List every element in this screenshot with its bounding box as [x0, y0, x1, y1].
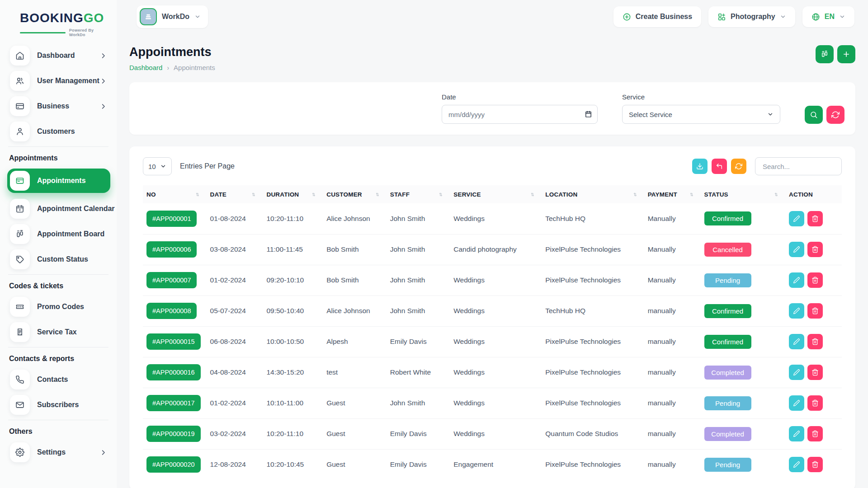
edit-button[interactable] [789, 365, 804, 380]
sidebar-item-contacts[interactable]: Contacts [7, 369, 110, 390]
calendar-icon[interactable] [585, 110, 592, 120]
column-header-staff[interactable]: STAFF [387, 185, 450, 203]
business-dropdown[interactable]: Photography [708, 6, 795, 27]
column-header-date[interactable]: DATE [207, 185, 263, 203]
cell-date: 06-08-2024 [207, 326, 263, 357]
cell-duration: 10:00-10:50 [263, 326, 323, 357]
sidebar-item-settings[interactable]: Settings [7, 442, 110, 463]
edit-button[interactable] [789, 426, 804, 441]
column-header-action[interactable]: ACTION [785, 185, 842, 203]
delete-button[interactable] [807, 457, 823, 472]
board-icon [10, 224, 30, 244]
column-header-label: ACTION [789, 191, 813, 198]
sidebar-item-label: Business [37, 102, 69, 110]
column-header-customer[interactable]: CUSTOMER [323, 185, 387, 203]
table-body: #APP000001 01-08-2024 10:20-11:10 Alice … [143, 203, 842, 480]
table-row: #APP000001 01-08-2024 10:20-11:10 Alice … [143, 203, 842, 234]
status-badge: Pending [704, 458, 751, 472]
add-appointment-button[interactable] [837, 45, 855, 63]
sort-icon[interactable] [438, 192, 443, 197]
table-search-input[interactable] [755, 157, 842, 175]
chevron-down-icon [767, 111, 774, 117]
sort-icon[interactable] [632, 192, 638, 197]
delete-button[interactable] [807, 242, 823, 257]
cell-customer: Alpesh [323, 326, 387, 357]
sort-icon[interactable] [194, 192, 200, 197]
column-header-service[interactable]: SERVICE [450, 185, 542, 203]
entries-per-page-select[interactable]: 10 [143, 157, 172, 175]
sidebar-item-appointment-calendar[interactable]: Appointment Calendar [7, 198, 110, 219]
column-header-status[interactable]: STATUS [701, 185, 785, 203]
cell-customer: Bob Smith [323, 234, 387, 265]
delete-button[interactable] [807, 426, 823, 441]
edit-button[interactable] [789, 457, 804, 472]
appointment-board-button[interactable] [816, 45, 834, 63]
refresh-icon [735, 163, 742, 170]
cell-payment: manually [644, 449, 701, 480]
cell-duration: 11:00-11:45 [263, 234, 323, 265]
cell-location: PixelPulse Technologies [542, 326, 644, 357]
sidebar-item-custom-status[interactable]: Custom Status [7, 249, 110, 270]
sort-icon[interactable] [773, 192, 779, 197]
sort-icon[interactable] [374, 192, 380, 197]
workspace-selector[interactable]: WorkDo [137, 5, 208, 28]
sidebar-item-subscribers[interactable]: Subscribers [7, 394, 110, 415]
delete-button[interactable] [807, 211, 823, 226]
status-badge: Completed [704, 366, 751, 380]
table-row: #APP0000017 01-02-2024 10:10-11:00 Guest… [143, 388, 842, 418]
service-select[interactable]: Select Service [622, 105, 780, 124]
delete-button[interactable] [807, 272, 823, 288]
appointments-table: NO DATE DURATION CUSTOMER STAFF [143, 185, 842, 480]
delete-button[interactable] [807, 395, 823, 411]
cell-service: Candid photography [450, 234, 542, 265]
sidebar-item-promo-codes[interactable]: Promo Codes [7, 296, 110, 317]
cell-customer: Alice Johnson [323, 203, 387, 234]
language-selector[interactable]: EN [802, 6, 854, 27]
sidebar-item-business[interactable]: Business [7, 96, 110, 117]
edit-button[interactable] [789, 303, 804, 319]
column-header-location[interactable]: LOCATION [542, 185, 644, 203]
sort-icon[interactable] [529, 192, 535, 197]
sort-icon[interactable] [311, 192, 316, 197]
brand-logo[interactable]: BOOKINGGO Powered By WorkDo [0, 0, 117, 43]
cell-duration: 10:20-10:45 [263, 449, 323, 480]
sidebar-item-label: Settings [37, 448, 66, 456]
edit-button[interactable] [789, 211, 804, 226]
delete-button[interactable] [807, 303, 823, 319]
column-header-no[interactable]: NO [143, 185, 207, 203]
create-business-button[interactable]: Create Business [613, 6, 701, 27]
appointment-no-badge: #APP000007 [146, 272, 197, 288]
sidebar-item-service-tax[interactable]: Service Tax [7, 322, 110, 343]
plus-icon [842, 50, 850, 58]
breadcrumb-dashboard-link[interactable]: Dashboard [129, 64, 162, 71]
column-header-payment[interactable]: PAYMENT [644, 185, 701, 203]
sidebar-item-user-management[interactable]: User Management [7, 70, 110, 91]
sidebar-item-customers[interactable]: Customers [7, 121, 110, 142]
cell-service: Weddings [450, 203, 542, 234]
pencil-icon [793, 369, 800, 376]
filter-search-button[interactable] [805, 106, 823, 124]
export-button[interactable] [692, 159, 708, 174]
edit-button[interactable] [789, 272, 804, 288]
edit-button[interactable] [789, 395, 804, 411]
delete-button[interactable] [807, 365, 823, 380]
reload-button[interactable] [731, 159, 746, 174]
sort-icon[interactable] [689, 192, 694, 197]
cell-service: Weddings [450, 357, 542, 388]
edit-button[interactable] [789, 242, 804, 257]
sidebar-item-appointment-board[interactable]: Appointment Board [7, 224, 110, 244]
cell-duration: 09:50-10:40 [263, 296, 323, 326]
column-header-duration[interactable]: DURATION [263, 185, 323, 203]
service-select-value: Select Service [629, 111, 672, 118]
pencil-icon [793, 430, 800, 437]
sidebar-item-appointments[interactable]: Appointments [7, 169, 110, 193]
breadcrumb-current: Appointments [174, 64, 215, 71]
delete-button[interactable] [807, 334, 823, 349]
filter-reset-button[interactable] [826, 106, 844, 124]
edit-button[interactable] [789, 334, 804, 349]
building-icon [140, 8, 157, 25]
sort-icon[interactable] [250, 192, 256, 197]
sidebar-item-dashboard[interactable]: Dashboard [7, 45, 110, 66]
undo-button[interactable] [712, 159, 727, 174]
date-filter-input[interactable] [442, 105, 598, 124]
